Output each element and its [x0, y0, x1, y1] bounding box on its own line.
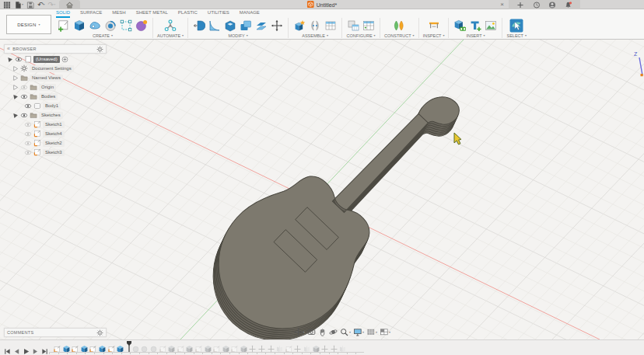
- timeline-feature-sketch[interactable]: [177, 343, 184, 351]
- browser-row-bodies[interactable]: Bodies: [4, 92, 107, 101]
- timeline-feature-extrude[interactable]: [240, 343, 247, 351]
- timeline-feature-extrude[interactable]: [99, 343, 106, 351]
- browser-panel-header[interactable]: « BROWSER: [4, 44, 107, 54]
- timeline-playhead[interactable]: [126, 341, 132, 353]
- browser-settings-icon[interactable]: [96, 45, 103, 53]
- browser-item-label[interactable]: Sketch3: [43, 149, 65, 156]
- browser-row-body1[interactable]: Body1: [4, 101, 107, 110]
- browser-item-label[interactable]: Named Views: [30, 75, 63, 82]
- browser-row--unsaved-[interactable]: (Unsaved): [4, 54, 107, 64]
- timeline-feature-fillet[interactable]: [150, 343, 157, 351]
- offset-face-icon[interactable]: [254, 19, 268, 33]
- new-component-icon[interactable]: [292, 19, 306, 33]
- timeline-feature-move[interactable]: [321, 343, 328, 351]
- group-label-assemble[interactable]: ASSEMBLE▾: [302, 33, 328, 38]
- step-back-button[interactable]: [13, 344, 20, 351]
- workspace-selector[interactable]: DESIGN ▾: [6, 15, 51, 34]
- timeline-feature-fillet[interactable]: [132, 343, 139, 351]
- skip-start-button[interactable]: [4, 344, 11, 351]
- comments-settings-icon[interactable]: [96, 329, 103, 336]
- timeline-feature-extrude[interactable]: [168, 343, 175, 351]
- visibility-eye-icon[interactable]: [15, 55, 23, 63]
- browser-row-document-settings[interactable]: Document Settings: [4, 64, 107, 73]
- rigid-group-icon[interactable]: [324, 19, 338, 33]
- shell-icon[interactable]: [223, 19, 237, 33]
- construction-plane-icon[interactable]: [392, 19, 406, 33]
- configuration-icon[interactable]: [346, 19, 360, 33]
- close-document-button[interactable]: ×: [498, 0, 506, 9]
- config-table-icon[interactable]: [362, 19, 376, 33]
- combine-icon[interactable]: [239, 19, 253, 33]
- browser-item-label[interactable]: Document Settings: [30, 65, 74, 72]
- visibility-eye-icon[interactable]: [24, 120, 32, 128]
- joint-icon[interactable]: [308, 19, 322, 33]
- timeline-feature-extrude[interactable]: [63, 343, 70, 351]
- browser-row-sketch3[interactable]: Sketch3: [4, 148, 107, 157]
- timeline-feature-extrude[interactable]: [222, 343, 229, 351]
- tab-mesh[interactable]: MESH: [112, 10, 125, 18]
- visibility-eye-icon[interactable]: [20, 92, 28, 100]
- timeline-feature-sketch[interactable]: [231, 343, 238, 351]
- group-label-configure[interactable]: CONFIGURE▾: [347, 33, 376, 38]
- file-menu-icon[interactable]: ▾: [14, 0, 23, 9]
- viewports-icon[interactable]: ▾: [380, 328, 390, 336]
- pan-icon[interactable]: ▾: [294, 328, 305, 336]
- comments-panel-header[interactable]: COMMENTS: [4, 328, 107, 337]
- group-label-insert[interactable]: INSERT▾: [466, 33, 485, 38]
- revolve-icon[interactable]: [103, 19, 117, 33]
- timeline-feature-move[interactable]: [331, 343, 338, 351]
- document-tab[interactable]: Untitled*: [307, 0, 337, 9]
- automate-icon[interactable]: [163, 19, 177, 33]
- browser-item-label[interactable]: Bodies: [39, 93, 58, 100]
- group-label-inspect[interactable]: INSPECT▾: [423, 33, 445, 38]
- timeline-feature-sketch[interactable]: [54, 343, 61, 351]
- orbit-icon[interactable]: [329, 328, 338, 336]
- sketch-icon[interactable]: [57, 19, 71, 33]
- fillet-icon[interactable]: [208, 19, 222, 33]
- press-pull-icon[interactable]: [192, 19, 206, 33]
- timeline-feature-sketch[interactable]: [89, 343, 96, 351]
- timeline-feature-move[interactable]: [294, 343, 301, 351]
- collapsed-arrow-icon[interactable]: [11, 83, 19, 91]
- tab-manage[interactable]: MANAGE: [240, 10, 260, 18]
- timeline-feature-move[interactable]: [268, 343, 275, 351]
- save-icon[interactable]: [26, 0, 34, 9]
- tab-plastic[interactable]: PLASTIC: [178, 10, 198, 18]
- timeline-feature-extrude[interactable]: [313, 343, 320, 351]
- collapsed-arrow-icon[interactable]: [11, 74, 19, 82]
- move-icon[interactable]: [270, 19, 284, 33]
- group-label-select[interactable]: SELECT▾: [506, 33, 526, 38]
- tab-utilities[interactable]: UTILITIES: [208, 10, 229, 18]
- browser-item-label[interactable]: Sketch1: [43, 121, 65, 128]
- group-label-automate[interactable]: AUTOMATE▾: [157, 33, 184, 38]
- sweep-icon[interactable]: [88, 19, 102, 33]
- browser-row-origin[interactable]: Origin: [4, 82, 107, 92]
- timeline-feature-extrude[interactable]: [205, 343, 212, 351]
- app-grid-icon[interactable]: [3, 0, 11, 9]
- display-settings-icon[interactable]: ▾: [353, 328, 364, 336]
- form-icon[interactable]: [135, 19, 149, 33]
- play-button[interactable]: [23, 344, 30, 351]
- grid-settings-icon[interactable]: ▾: [366, 328, 377, 336]
- browser-item-label[interactable]: Sketch2: [43, 140, 65, 147]
- step-forward-button[interactable]: [32, 344, 39, 351]
- timeline-feature-extrude[interactable]: [81, 343, 88, 351]
- timeline-feature-fillet[interactable]: [141, 343, 148, 351]
- timeline-feature-mirror[interactable]: [303, 343, 310, 351]
- fit-view-icon[interactable]: [307, 328, 316, 336]
- timeline-feature-move[interactable]: [249, 343, 256, 351]
- home-tab[interactable]: [59, 0, 80, 9]
- select-icon[interactable]: [509, 19, 523, 33]
- insert-text-icon[interactable]: [468, 19, 482, 33]
- browser-row-sketch4[interactable]: Sketch4: [4, 129, 107, 138]
- skip-end-button[interactable]: [41, 344, 48, 351]
- browser-item-label[interactable]: Sketch4: [43, 131, 65, 137]
- redo-icon[interactable]: ↷▾: [48, 0, 56, 9]
- browser-row-sketch1[interactable]: Sketch1: [4, 120, 107, 129]
- circle-plus-icon[interactable]: [61, 55, 69, 63]
- undo-icon[interactable]: ↶▾: [37, 0, 45, 9]
- timeline-feature-sketch[interactable]: [195, 343, 202, 351]
- timeline-feature-mirror[interactable]: [339, 343, 346, 351]
- visibility-eye-icon[interactable]: [24, 148, 32, 156]
- visibility-eye-icon[interactable]: [24, 130, 32, 137]
